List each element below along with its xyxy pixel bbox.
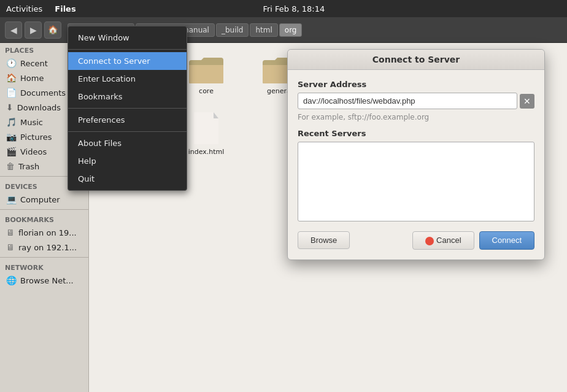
computer-icon: 💻 xyxy=(6,194,17,204)
menu-item-enter-location[interactable]: Enter Location xyxy=(68,70,187,88)
menu-item-connect-to-server[interactable]: Connect to Server xyxy=(68,52,187,70)
menu-separator-3 xyxy=(68,131,187,132)
top-bar-left: Activities Files xyxy=(6,4,76,13)
menu-item-bookmarks[interactable]: Bookmarks xyxy=(68,88,187,106)
sidebar-label-documents: Documents xyxy=(20,88,66,98)
ray-icon: 🖥 xyxy=(6,242,15,252)
sidebar-divider-2 xyxy=(0,209,88,210)
menu-item-preferences[interactable]: Preferences xyxy=(68,111,187,129)
recent-servers-label: Recent Servers xyxy=(298,129,534,138)
sidebar-label-florian: florian on 19... xyxy=(18,228,77,237)
bookmarks-label: Bookmarks xyxy=(0,212,88,225)
files-menu[interactable]: Files xyxy=(55,4,75,13)
florian-icon: 🖥 xyxy=(6,228,15,237)
home-icon: 🏠 xyxy=(48,25,58,34)
sidebar-label-trash: Trash xyxy=(18,162,39,171)
recent-servers-box xyxy=(298,142,534,221)
connect-to-server-dialog: Connect to Server Server Address ✕ For e… xyxy=(287,49,545,260)
trash-icon: 🗑 xyxy=(6,161,15,171)
sidebar-divider-3 xyxy=(0,257,88,258)
sidebar-label-computer: Computer xyxy=(20,195,60,204)
file-name: index.html xyxy=(188,148,225,156)
top-bar: Activities Files Fri Feb 8, 18:14 xyxy=(0,0,567,17)
sidebar-label-home: Home xyxy=(20,74,44,83)
sidebar-item-ray[interactable]: 🖥 ray on 192.1... xyxy=(1,240,87,255)
menu-separator-1 xyxy=(68,49,187,50)
file-html-icon-3 xyxy=(191,111,221,145)
datetime: Fri Feb 8, 18:14 xyxy=(263,4,325,13)
server-address-label: Server Address xyxy=(298,80,534,89)
menu-item-about-files[interactable]: About Files xyxy=(68,134,187,152)
pictures-icon: 📷 xyxy=(6,132,17,142)
sidebar-label-ray: ray on 192.1... xyxy=(18,243,77,252)
sidebar-label-videos: Videos xyxy=(20,147,47,156)
menu-item-help[interactable]: Help xyxy=(68,152,187,170)
music-icon: 🎵 xyxy=(6,117,17,127)
files-dropdown-menu: New Window Connect to Server Enter Locat… xyxy=(68,26,187,191)
sidebar-item-florian[interactable]: 🖥 florian on 19... xyxy=(1,225,87,240)
dialog-title: Connect to Server xyxy=(288,50,544,70)
sidebar-label-downloads: Downloads xyxy=(17,103,61,112)
breadcrumb-build[interactable]: _build xyxy=(216,23,249,37)
cancel-label: Cancel xyxy=(436,236,461,245)
browse-button[interactable]: Browse xyxy=(298,231,350,249)
cancel-button[interactable]: Cancel xyxy=(412,231,474,250)
back-button[interactable]: ◀ xyxy=(5,21,22,39)
folder-icon xyxy=(188,55,225,85)
menu-item-quit[interactable]: Quit xyxy=(68,170,187,188)
home-button[interactable]: 🏠 xyxy=(44,21,61,39)
network-label: Network xyxy=(0,260,88,273)
forward-button[interactable]: ▶ xyxy=(25,21,42,39)
file-name: core xyxy=(199,87,214,95)
connect-button[interactable]: Connect xyxy=(479,231,534,250)
sidebar-label-recent: Recent xyxy=(20,59,48,68)
activities-menu[interactable]: Activities xyxy=(6,4,42,13)
sidebar-label-music: Music xyxy=(20,118,43,127)
cancel-icon xyxy=(425,237,434,245)
dialog-buttons: Browse Cancel Connect xyxy=(298,231,534,250)
home-side-icon: 🏠 xyxy=(6,73,17,83)
recent-icon: 🕐 xyxy=(6,58,17,68)
dialog-right-buttons: Cancel Connect xyxy=(412,231,534,250)
breadcrumb-org[interactable]: org xyxy=(279,23,303,37)
downloads-icon: ⬇ xyxy=(6,102,14,112)
documents-icon: 📄 xyxy=(6,88,17,98)
sidebar-item-computer[interactable]: 💻 Computer xyxy=(1,192,87,207)
network-icon: 🌐 xyxy=(6,275,17,285)
clear-address-button[interactable]: ✕ xyxy=(520,94,534,109)
sidebar-label-pictures: Pictures xyxy=(20,133,52,142)
server-address-hint: For example, sftp://foo.example.org xyxy=(298,113,534,121)
videos-icon: 🎬 xyxy=(6,147,17,156)
sidebar-item-browse-network[interactable]: 🌐 Browse Net... xyxy=(1,273,87,288)
server-address-input[interactable] xyxy=(298,93,517,109)
menu-item-new-window[interactable]: New Window xyxy=(68,29,187,47)
sidebar-label-network: Browse Net... xyxy=(20,276,74,285)
server-address-row: ✕ xyxy=(298,93,534,109)
menu-separator-2 xyxy=(68,108,187,109)
breadcrumb-html[interactable]: html xyxy=(250,23,277,37)
dialog-body: Server Address ✕ For example, sftp://foo… xyxy=(288,70,544,259)
